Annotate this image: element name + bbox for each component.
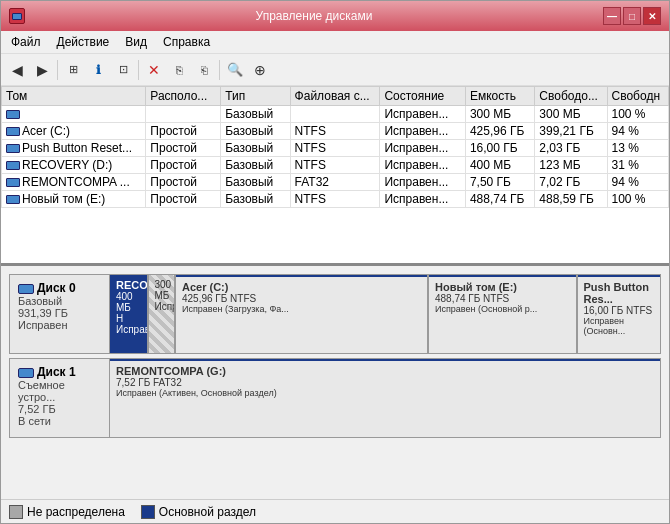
cell-rasp: Простой (146, 140, 221, 157)
partition-name: Push Button Res... (584, 281, 655, 305)
col-header-rasp[interactable]: Располо... (146, 87, 221, 106)
legend-unalloc-box (9, 505, 23, 519)
cell-tip: Базовый (221, 106, 290, 123)
copy-button[interactable]: ⎗ (192, 58, 216, 82)
menu-view[interactable]: Вид (119, 33, 153, 51)
cell-cap: 300 МБ (465, 106, 534, 123)
maximize-button[interactable]: □ (623, 7, 641, 25)
add-button[interactable]: ⊕ (248, 58, 272, 82)
list-view-button[interactable]: ⊞ (61, 58, 85, 82)
cell-fs: NTFS (290, 191, 380, 208)
status-bar: Не распределена Основной раздел (1, 499, 669, 523)
table-row[interactable]: Новый том (E:) Простой Базовый NTFS Испр… (2, 191, 669, 208)
toolbar-sep-1 (57, 60, 58, 80)
partition-status: Исправен (Загрузка, Фа... (182, 304, 421, 314)
col-header-fs[interactable]: Файловая с... (290, 87, 380, 106)
forward-button[interactable]: ▶ (30, 58, 54, 82)
toolbar-sep-3 (219, 60, 220, 80)
cell-free2: 100 % (607, 106, 668, 123)
cell-cap: 16,00 ГБ (465, 140, 534, 157)
partition-status: Исправе (116, 324, 141, 335)
partition[interactable]: RECOVER 400 МБ Н Исправе (110, 275, 149, 353)
menu-file[interactable]: Файл (5, 33, 47, 51)
legend-primary-label: Основной раздел (159, 505, 256, 519)
title-bar: Управление дисками — □ ✕ (1, 1, 669, 31)
main-window: Управление дисками — □ ✕ Файл Действие В… (0, 0, 670, 524)
partition-name: Новый том (E:) (435, 281, 570, 293)
col-header-cap[interactable]: Емкость (465, 87, 534, 106)
table-header-row: Том Располо... Тип Файловая с... Состоян… (2, 87, 669, 106)
info-button[interactable]: ℹ (86, 58, 110, 82)
volumes-table-section: Том Располо... Тип Файловая с... Состоян… (1, 86, 669, 266)
partition[interactable]: Acer (C:) 425,96 ГБ NTFS Исправен (Загру… (176, 275, 429, 353)
cell-fs: NTFS (290, 157, 380, 174)
cell-cap: 400 МБ (465, 157, 534, 174)
col-header-free2[interactable]: Свободн (607, 87, 668, 106)
cell-rasp (146, 106, 221, 123)
partition-top-bar (110, 359, 660, 361)
cell-tip: Базовый (221, 157, 290, 174)
disk-name: Диск 1 (18, 365, 101, 379)
partition-size: 400 МБ Н (116, 291, 141, 324)
cell-state: Исправен... (380, 157, 465, 174)
partition-size: 488,74 ГБ NTFS (435, 293, 570, 304)
partition[interactable]: 300 МБ Исправе (149, 275, 177, 353)
format-button[interactable]: ⎘ (167, 58, 191, 82)
minimize-button[interactable]: — (603, 7, 621, 25)
disk-size: 931,39 ГБ (18, 307, 101, 319)
disk-size: 7,52 ГБ (18, 403, 101, 415)
cell-free1: 488,59 ГБ (535, 191, 607, 208)
table-row[interactable]: Базовый Исправен... 300 МБ 300 МБ 100 % (2, 106, 669, 123)
partition-size: 7,52 ГБ FAT32 (116, 377, 654, 388)
cell-tom: REMONTCOMPA ... (2, 174, 146, 191)
table-row[interactable]: REMONTCOMPA ... Простой Базовый FAT32 Ис… (2, 174, 669, 191)
cell-tom: RECOVERY (D:) (2, 157, 146, 174)
cell-tip: Базовый (221, 174, 290, 191)
cell-state: Исправен... (380, 106, 465, 123)
table-row[interactable]: RECOVERY (D:) Простой Базовый NTFS Испра… (2, 157, 669, 174)
close-button[interactable]: ✕ (643, 7, 661, 25)
back-button[interactable]: ◀ (5, 58, 29, 82)
cell-free2: 31 % (607, 157, 668, 174)
menu-action[interactable]: Действие (51, 33, 116, 51)
cell-free1: 7,02 ГБ (535, 174, 607, 191)
disk-partitions: REMONTCOMPA (G:) 7,52 ГБ FAT32 Исправен … (110, 359, 660, 437)
volumes-table: Том Располо... Тип Файловая с... Состоян… (1, 86, 669, 208)
disk-label: Диск 1 Съемное устро... 7,52 ГБ В сети (10, 359, 110, 437)
properties-button[interactable]: ⊡ (111, 58, 135, 82)
menu-help[interactable]: Справка (157, 33, 216, 51)
partition[interactable]: REMONTCOMPA (G:) 7,52 ГБ FAT32 Исправен … (110, 359, 660, 437)
disk-status: В сети (18, 415, 101, 427)
partition-status: Исправен (Активен, Основной раздел) (116, 388, 654, 398)
cell-state: Исправен... (380, 140, 465, 157)
partition[interactable]: Новый том (E:) 488,74 ГБ NTFS Исправен (… (429, 275, 578, 353)
cell-free1: 123 МБ (535, 157, 607, 174)
cell-free2: 100 % (607, 191, 668, 208)
legend-primary: Основной раздел (141, 505, 256, 519)
partition-name: RECOVER (116, 279, 141, 291)
partition-status: Исправен (Основн... (584, 316, 655, 336)
cell-rasp: Простой (146, 157, 221, 174)
partition[interactable]: Push Button Res... 16,00 ГБ NTFS Исправе… (578, 275, 661, 353)
partition-top-bar (429, 275, 576, 277)
disk-type: Базовый (18, 295, 101, 307)
table-row[interactable]: Push Button Reset... Простой Базовый NTF… (2, 140, 669, 157)
table-row[interactable]: Acer (C:) Простой Базовый NTFS Исправен.… (2, 123, 669, 140)
search-button[interactable]: 🔍 (223, 58, 247, 82)
col-header-tip[interactable]: Тип (221, 87, 290, 106)
cell-free1: 300 МБ (535, 106, 607, 123)
cell-cap: 425,96 ГБ (465, 123, 534, 140)
window-controls: — □ ✕ (603, 7, 661, 25)
cell-free1: 2,03 ГБ (535, 140, 607, 157)
disk-partitions: RECOVER 400 МБ Н Исправе 300 МБ Исправе … (110, 275, 660, 353)
delete-button[interactable]: ✕ (142, 58, 166, 82)
cell-state: Исправен... (380, 174, 465, 191)
partition-size: 425,96 ГБ NTFS (182, 293, 421, 304)
legend-unalloc: Не распределена (9, 505, 125, 519)
main-content: Том Располо... Тип Файловая с... Состоян… (1, 86, 669, 499)
partition-name: REMONTCOMPA (G:) (116, 365, 654, 377)
col-header-state[interactable]: Состояние (380, 87, 465, 106)
cell-cap: 488,74 ГБ (465, 191, 534, 208)
col-header-free1[interactable]: Свободо... (535, 87, 607, 106)
col-header-tom[interactable]: Том (2, 87, 146, 106)
